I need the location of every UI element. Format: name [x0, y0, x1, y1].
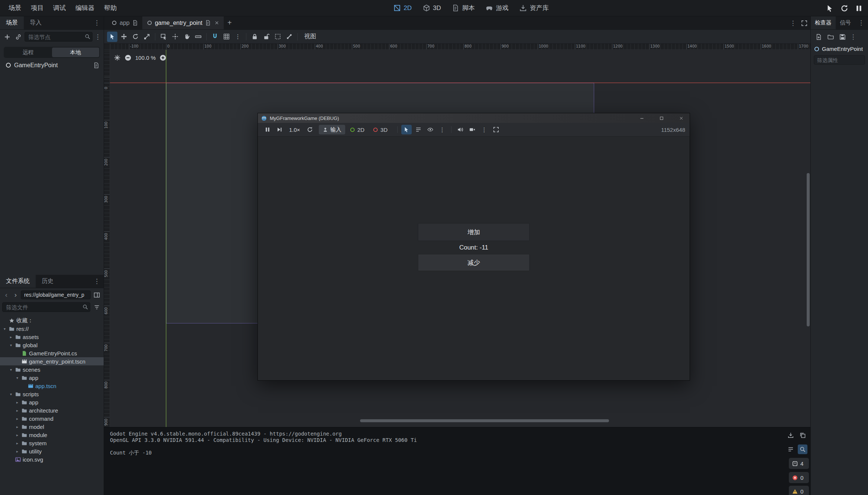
nav-back-button[interactable]: ‹: [2, 290, 10, 299]
file-row[interactable]: ▸command: [0, 414, 104, 423]
warnings-badge[interactable]: 0: [789, 486, 809, 495]
errors-badge[interactable]: 0: [789, 472, 809, 483]
workspace-2d-button[interactable]: 2D: [389, 3, 416, 14]
save-log-button[interactable]: [786, 430, 796, 440]
attached-script-icon[interactable]: [93, 62, 99, 68]
pivot-tool-button[interactable]: [170, 32, 180, 42]
gw-select-button[interactable]: [401, 125, 412, 134]
file-row[interactable]: ▾global: [0, 341, 104, 349]
game-window-titlebar[interactable]: MyGFrameworkGame (DEBUG): [258, 113, 690, 123]
zoom-in-button[interactable]: [159, 54, 166, 61]
game-pause-button[interactable]: [855, 4, 863, 12]
file-row[interactable]: ▾scripts: [0, 390, 104, 398]
zoom-level[interactable]: 100.0 %: [135, 55, 156, 61]
skeleton-button[interactable]: [284, 32, 294, 42]
save-resource-button[interactable]: [838, 32, 847, 42]
local-button[interactable]: 本地: [52, 48, 100, 57]
file-row[interactable]: icon.svg: [0, 455, 104, 463]
tree-expand-arrow[interactable]: ▾: [9, 343, 13, 347]
remote-button[interactable]: 远程: [4, 48, 52, 57]
gw-selection-list-button[interactable]: [413, 125, 424, 134]
reset-speed-button[interactable]: [305, 125, 315, 134]
workspace-assetlib-button[interactable]: 资产库: [515, 2, 553, 14]
workspace-game-button[interactable]: 游戏: [482, 2, 513, 14]
file-row[interactable]: ▸utility: [0, 447, 104, 455]
unlock-node-button[interactable]: [261, 32, 271, 42]
load-resource-button[interactable]: [826, 32, 835, 42]
file-row[interactable]: ▾scenes: [0, 365, 104, 374]
file-row[interactable]: ▸model: [0, 423, 104, 431]
decrease-button[interactable]: 减少: [418, 254, 530, 271]
tree-expand-arrow[interactable]: ▸: [15, 425, 20, 429]
vertical-scrollbar[interactable]: [807, 173, 810, 326]
increase-button[interactable]: 增加: [418, 223, 530, 241]
game-select-mode-button[interactable]: [826, 4, 834, 12]
workspace-3d-button[interactable]: 3D: [418, 3, 446, 14]
list-select-button[interactable]: [158, 32, 169, 42]
tree-expand-arrow[interactable]: ▾: [15, 376, 20, 380]
close-window-button[interactable]: [673, 113, 690, 123]
camera-options-icon[interactable]: ⋮: [479, 125, 489, 134]
close-tab-icon[interactable]: [214, 20, 219, 25]
menu-scene[interactable]: 场景: [4, 2, 26, 14]
instantiate-scene-button[interactable]: [13, 32, 23, 42]
wrap-lines-button[interactable]: [786, 444, 796, 454]
menu-project[interactable]: 项目: [26, 2, 48, 14]
tab-signals[interactable]: 信号: [836, 16, 855, 29]
camera-override-button[interactable]: [467, 125, 477, 134]
center-view-icon[interactable]: [114, 54, 121, 61]
filesystem-dock-menu-icon[interactable]: ⋮: [91, 275, 102, 288]
menu-editor[interactable]: 编辑器: [71, 2, 99, 14]
zoom-out-button[interactable]: [124, 54, 132, 61]
pan-tool-button[interactable]: [181, 32, 192, 42]
scene-dock-menu-icon[interactable]: ⋮: [91, 16, 102, 29]
move-tool-button[interactable]: [119, 32, 129, 42]
tree-expand-arrow[interactable]: ▾: [9, 392, 13, 396]
filter-nodes-input[interactable]: [25, 32, 93, 42]
file-row[interactable]: ▾app: [0, 374, 104, 382]
filter-properties-input[interactable]: [814, 55, 865, 65]
tree-expand-arrow[interactable]: ▸: [15, 400, 20, 404]
view-menu-button[interactable]: 视图: [301, 32, 320, 42]
gw-select-options-icon[interactable]: ⋮: [437, 125, 447, 134]
tree-expand-arrow[interactable]: ▸: [15, 417, 20, 421]
tree-expand-arrow[interactable]: ▸: [15, 449, 20, 453]
menu-help[interactable]: 帮助: [99, 2, 122, 14]
group-node-button[interactable]: [272, 32, 283, 42]
next-frame-button[interactable]: [274, 125, 285, 134]
smart-snap-button[interactable]: [210, 32, 220, 42]
scene-tabs-menu-icon[interactable]: ⋮: [789, 16, 797, 30]
grid-snap-button[interactable]: [221, 32, 231, 42]
new-scene-tab-button[interactable]: +: [224, 16, 236, 29]
game-restart-button[interactable]: [841, 4, 848, 12]
file-row[interactable]: ▸architecture: [0, 406, 104, 414]
scene-tree-menu-icon[interactable]: ⋮: [94, 32, 101, 42]
file-row[interactable]: ▸app: [0, 398, 104, 406]
scene-tab-app[interactable]: app: [107, 16, 142, 29]
tab-scene[interactable]: 场景: [0, 16, 24, 29]
minimize-button[interactable]: [634, 113, 650, 123]
ruler-tool-button[interactable]: [193, 32, 203, 42]
menu-debug[interactable]: 调试: [48, 2, 71, 14]
file-row[interactable]: ▸module: [0, 431, 104, 439]
tree-expand-arrow[interactable]: ▸: [15, 441, 20, 445]
pick-3d-button[interactable]: 3D: [369, 125, 391, 134]
tree-expand-arrow[interactable]: ▾: [2, 327, 7, 331]
add-node-button[interactable]: [2, 32, 12, 42]
sort-files-button[interactable]: [92, 302, 101, 312]
tab-history[interactable]: 历史: [36, 275, 59, 288]
input-mode-button[interactable]: 输入: [319, 125, 345, 134]
file-row[interactable]: 收藏：: [0, 316, 104, 325]
file-row[interactable]: game_entry_point.tscn: [0, 357, 104, 365]
select-tool-button[interactable]: [107, 32, 117, 42]
search-log-button[interactable]: [798, 444, 807, 454]
path-input[interactable]: [21, 290, 91, 299]
tree-expand-arrow[interactable]: ▸: [15, 433, 20, 437]
horizontal-scrollbar[interactable]: [360, 419, 609, 422]
tree-expand-arrow[interactable]: ▾: [9, 368, 13, 372]
inspector-dock-menu-icon[interactable]: ⋮: [856, 16, 867, 29]
scene-tab-game-entry-point[interactable]: game_entry_point: [142, 16, 224, 29]
nav-forward-button[interactable]: ›: [12, 290, 20, 299]
tree-expand-arrow[interactable]: ▸: [15, 408, 20, 413]
scrollbar-thumb[interactable]: [360, 419, 609, 422]
